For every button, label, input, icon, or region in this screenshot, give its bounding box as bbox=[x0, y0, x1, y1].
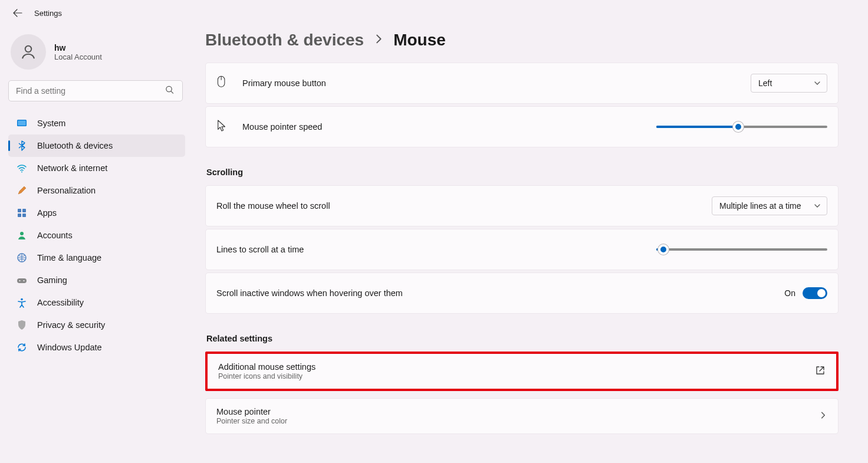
paintbrush-icon bbox=[17, 185, 27, 196]
breadcrumb-current: Mouse bbox=[393, 31, 446, 50]
nav-windows-update[interactable]: Windows Update bbox=[8, 336, 185, 359]
card-mouse-pointer[interactable]: Mouse pointer Pointer size and color bbox=[205, 398, 839, 434]
nav-label: Time & language bbox=[37, 253, 101, 262]
nav-label: Windows Update bbox=[37, 343, 102, 352]
nav-privacy-security[interactable]: Privacy & security bbox=[8, 314, 185, 336]
lines-to-scroll-slider[interactable] bbox=[656, 244, 827, 255]
person-icon bbox=[19, 43, 37, 61]
toggle-state-label: On bbox=[784, 288, 795, 298]
primary-mouse-button-label: Primary mouse button bbox=[242, 78, 751, 88]
slider-thumb[interactable] bbox=[733, 122, 744, 132]
svg-point-9 bbox=[20, 232, 24, 235]
window-title: Settings bbox=[34, 9, 62, 18]
related-sub: Pointer size and color bbox=[216, 417, 287, 425]
svg-rect-11 bbox=[17, 278, 27, 283]
svg-rect-8 bbox=[22, 214, 26, 217]
nav-label: Apps bbox=[37, 208, 57, 218]
svg-rect-5 bbox=[18, 209, 21, 212]
roll-wheel-label: Roll the mouse wheel to scroll bbox=[216, 201, 712, 211]
nav-system[interactable]: System bbox=[8, 112, 185, 134]
user-account-type: Local Account bbox=[54, 52, 102, 61]
nav-label: Network & internet bbox=[37, 163, 107, 173]
card-lines-to-scroll: Lines to scroll at a time bbox=[205, 229, 839, 270]
svg-rect-6 bbox=[22, 209, 26, 212]
nav-personalization[interactable]: Personalization bbox=[8, 179, 185, 202]
svg-point-14 bbox=[21, 298, 23, 301]
chevron-right-icon bbox=[372, 32, 385, 48]
chevron-right-icon bbox=[819, 411, 827, 422]
nav-label: Personalization bbox=[37, 186, 96, 195]
slider-thumb[interactable] bbox=[658, 244, 669, 255]
card-roll-wheel: Roll the mouse wheel to scroll Multiple … bbox=[205, 185, 839, 226]
sidebar: hw Local Account System Bluetooth & devi… bbox=[0, 26, 189, 463]
update-icon bbox=[17, 342, 27, 353]
nav-apps[interactable]: Apps bbox=[8, 202, 185, 224]
lines-to-scroll-label: Lines to scroll at a time bbox=[216, 245, 656, 254]
card-additional-mouse-settings[interactable]: Additional mouse settings Pointer icons … bbox=[208, 354, 836, 389]
user-name: hw bbox=[54, 43, 102, 52]
svg-point-0 bbox=[25, 46, 32, 52]
scroll-inactive-label: Scroll inactive windows when hovering ov… bbox=[216, 288, 784, 298]
svg-point-4 bbox=[21, 172, 22, 173]
mouse-icon bbox=[216, 75, 229, 91]
nav-bluetooth-devices[interactable]: Bluetooth & devices bbox=[8, 134, 185, 157]
nav-label: System bbox=[37, 119, 65, 128]
primary-mouse-button-dropdown[interactable]: Left bbox=[751, 74, 827, 93]
nav-gaming[interactable]: Gaming bbox=[8, 269, 185, 291]
scroll-inactive-toggle[interactable] bbox=[803, 287, 827, 299]
search-input-wrap[interactable] bbox=[8, 80, 183, 101]
related-title: Mouse pointer bbox=[216, 407, 287, 416]
nav-network[interactable]: Network & internet bbox=[8, 157, 185, 179]
nav-label: Accessibility bbox=[37, 298, 84, 307]
related-sub: Pointer icons and visibility bbox=[218, 372, 315, 380]
main-content: Bluetooth & devices Mouse Primary mouse … bbox=[189, 26, 868, 463]
shield-icon bbox=[17, 320, 27, 330]
svg-point-1 bbox=[166, 86, 172, 91]
breadcrumb-parent[interactable]: Bluetooth & devices bbox=[205, 31, 364, 50]
scrolling-header: Scrolling bbox=[206, 168, 839, 177]
svg-point-13 bbox=[24, 280, 25, 281]
nav-label: Privacy & security bbox=[37, 320, 105, 330]
wifi-icon bbox=[17, 163, 27, 173]
nav-time-language[interactable]: Time & language bbox=[8, 247, 185, 269]
related-header: Related settings bbox=[206, 334, 839, 343]
nav-label: Gaming bbox=[37, 275, 67, 285]
search-icon bbox=[165, 86, 174, 97]
cursor-icon bbox=[216, 119, 229, 134]
apps-icon bbox=[17, 208, 27, 218]
arrow-left-icon bbox=[13, 8, 22, 18]
accessibility-icon bbox=[17, 297, 27, 308]
search-input[interactable] bbox=[9, 81, 182, 101]
card-pointer-speed: Mouse pointer speed bbox=[205, 106, 839, 147]
nav-label: Accounts bbox=[37, 231, 73, 240]
svg-point-12 bbox=[19, 280, 21, 281]
back-button[interactable] bbox=[13, 8, 22, 18]
dropdown-value: Multiple lines at a time bbox=[719, 201, 801, 211]
chevron-down-icon bbox=[814, 80, 821, 87]
card-primary-mouse-button: Primary mouse button Left bbox=[205, 63, 839, 104]
slider-track bbox=[656, 248, 827, 251]
roll-wheel-dropdown[interactable]: Multiple lines at a time bbox=[712, 196, 827, 215]
external-link-icon bbox=[815, 365, 826, 378]
highlighted-additional-mouse-settings: Additional mouse settings Pointer icons … bbox=[205, 352, 839, 391]
system-icon bbox=[17, 118, 27, 129]
nav-list: System Bluetooth & devices Network & int… bbox=[8, 112, 185, 359]
bluetooth-icon bbox=[17, 140, 27, 151]
dropdown-value: Left bbox=[758, 78, 772, 88]
pointer-speed-label: Mouse pointer speed bbox=[242, 122, 656, 132]
related-title: Additional mouse settings bbox=[218, 362, 315, 372]
nav-accounts[interactable]: Accounts bbox=[8, 224, 185, 247]
pointer-speed-slider[interactable] bbox=[656, 121, 827, 133]
user-account-block[interactable]: hw Local Account bbox=[8, 32, 185, 80]
accounts-icon bbox=[17, 230, 27, 241]
nav-label: Bluetooth & devices bbox=[37, 141, 113, 150]
chevron-down-icon bbox=[814, 202, 821, 209]
nav-accessibility[interactable]: Accessibility bbox=[8, 291, 185, 314]
avatar bbox=[11, 34, 46, 70]
slider-fill bbox=[656, 126, 738, 128]
globe-clock-icon bbox=[17, 252, 27, 263]
breadcrumb: Bluetooth & devices Mouse bbox=[205, 31, 839, 50]
gaming-icon bbox=[17, 275, 27, 285]
svg-rect-3 bbox=[18, 120, 26, 126]
card-scroll-inactive: Scroll inactive windows when hovering ov… bbox=[205, 272, 839, 314]
